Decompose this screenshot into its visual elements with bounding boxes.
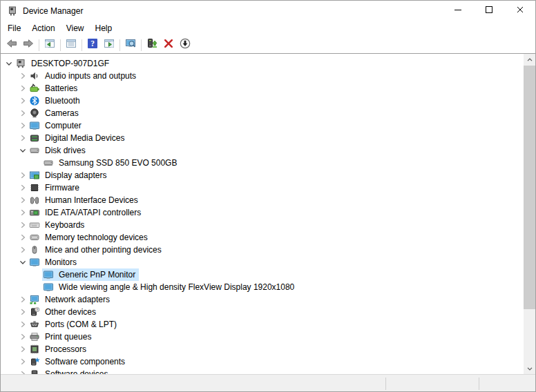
tree-item-print-queues[interactable]: Print queues — [1, 331, 524, 343]
chevron-right-icon[interactable] — [17, 83, 28, 94]
toolbar-disable-device-button[interactable] — [177, 37, 193, 53]
chevron-right-icon[interactable] — [17, 319, 28, 330]
vertical-scrollbar[interactable] — [524, 54, 535, 374]
tree-item-ports-com-lpt[interactable]: Ports (COM & LPT) — [1, 318, 524, 331]
menu-file[interactable]: File — [2, 21, 26, 35]
tree-item-display-adapters[interactable]: Display adapters — [1, 169, 524, 182]
close-button[interactable] — [504, 1, 535, 21]
toolbar-help-button[interactable]: ? — [84, 37, 101, 53]
tree-item-keyboards[interactable]: Keyboards — [1, 219, 524, 231]
chevron-right-icon[interactable] — [17, 133, 28, 144]
chevron-right-icon[interactable] — [17, 306, 28, 317]
tree-item-content: Processors — [28, 343, 90, 355]
chevron-right-icon[interactable] — [17, 170, 28, 181]
tree-item-processors[interactable]: Processors — [1, 343, 524, 355]
tree-item-batteries[interactable]: Batteries — [1, 82, 524, 95]
toolbar-show-console-tree-button[interactable] — [41, 37, 58, 53]
tree-item-content: Ports (COM & LPT) — [28, 318, 120, 331]
tree-item-content: Network adapters — [28, 293, 113, 306]
toolbar-back-button[interactable] — [3, 37, 20, 53]
chevron-spacer — [31, 157, 42, 168]
tree-item-monitors[interactable]: Monitors — [1, 256, 524, 268]
tree-item-other-devices[interactable]: ?Other devices — [1, 306, 524, 318]
scroll-down-button[interactable] — [524, 362, 535, 374]
svg-text:?: ? — [90, 39, 95, 48]
menu-view[interactable]: View — [61, 21, 90, 35]
chevron-down-icon[interactable] — [17, 145, 28, 156]
title-bar[interactable]: Device Manager — [1, 1, 535, 21]
chevron-down-icon[interactable] — [3, 58, 15, 69]
tree-item-content: DESKTOP-907D1GF — [15, 57, 113, 70]
window-title: Device Manager — [23, 6, 83, 16]
statusbar-divider — [479, 378, 479, 390]
tree-item-generic-pnp-monitor[interactable]: Generic PnP Monitor — [1, 268, 524, 281]
chevron-right-icon[interactable] — [17, 182, 28, 193]
tree-item-bluetooth[interactable]: Bluetooth — [1, 95, 524, 107]
menu-help[interactable]: Help — [90, 21, 118, 35]
tree-item-content: Keyboards — [28, 219, 88, 231]
toolbar-separator — [60, 39, 61, 51]
chevron-right-icon[interactable] — [17, 219, 28, 231]
display-adapter-icon — [29, 170, 40, 181]
tree-item-content: Mice and other pointing devices — [28, 244, 165, 256]
chevron-right-icon[interactable] — [17, 344, 28, 355]
toolbar-show-action-pane-button[interactable] — [101, 37, 117, 53]
tree-item-label: Ports (COM & LPT) — [44, 319, 118, 330]
tree-item-label: Batteries — [44, 83, 79, 94]
toolbar: ? — [1, 37, 535, 54]
chevron-right-icon[interactable] — [17, 369, 28, 374]
chevron-right-icon[interactable] — [17, 244, 28, 255]
toolbar-forward-button[interactable] — [20, 37, 37, 53]
tree-item-ide-ata-atapi-controllers[interactable]: IDE ATA/ATAPI controllers — [1, 206, 524, 219]
chevron-right-icon[interactable] — [17, 331, 28, 342]
chevron-spacer — [31, 269, 42, 280]
tree-item-mice-and-other-pointing-devices[interactable]: Mice and other pointing devices — [1, 244, 524, 256]
chevron-right-icon[interactable] — [17, 108, 28, 119]
device-manager-window: Device Manager FileActionViewHelp ? DESK… — [0, 0, 536, 392]
tree-item-human-interface-devices[interactable]: Human Interface Devices — [1, 194, 524, 206]
tree-item-label: Keyboards — [44, 219, 86, 231]
chevron-down-icon[interactable] — [17, 257, 28, 268]
maximize-button[interactable] — [473, 1, 504, 21]
chevron-right-icon[interactable] — [17, 294, 28, 305]
tree-item-disk-drives[interactable]: Disk drives — [1, 144, 524, 157]
toolbar-update-driver-button[interactable] — [144, 37, 160, 53]
tree-item-samsung-ssd-850-evo-500gb[interactable]: Samsung SSD 850 EVO 500GB — [1, 157, 524, 169]
chevron-right-icon[interactable] — [17, 207, 28, 218]
chevron-right-icon[interactable] — [17, 195, 28, 206]
minimize-icon — [452, 4, 463, 18]
tree-item-digital-media-devices[interactable]: Digital Media Devices — [1, 132, 524, 144]
minimize-button[interactable] — [442, 1, 473, 21]
toolbar-properties-button[interactable] — [63, 37, 79, 53]
tree-item-label: Cameras — [44, 108, 80, 119]
tree-item-wide-viewing-angle-high-density-flexview-d[interactable]: Wide viewing angle & High density FlexVi… — [1, 281, 524, 293]
menu-bar: FileActionViewHelp — [1, 21, 535, 37]
toolbar-uninstall-device-button[interactable] — [160, 37, 177, 53]
tree-item-audio-inputs-and-outputs[interactable]: Audio inputs and outputs — [1, 70, 524, 82]
chevron-right-icon[interactable] — [17, 232, 28, 243]
tree-item-computer[interactable]: Computer — [1, 119, 524, 132]
chevron-right-icon[interactable] — [17, 120, 28, 131]
tree-item-firmware[interactable]: Firmware — [1, 182, 524, 194]
scroll-up-button[interactable] — [524, 54, 535, 66]
software-component-icon — [29, 356, 40, 367]
tree-item-label: Mice and other pointing devices — [44, 244, 163, 255]
tree-item-desktop-907d1gf[interactable]: DESKTOP-907D1GF — [1, 57, 524, 70]
chevron-right-icon[interactable] — [17, 356, 28, 367]
tree-item-cameras[interactable]: Cameras — [1, 107, 524, 119]
svg-text:?: ? — [36, 308, 38, 312]
scrollbar-thumb[interactable] — [524, 66, 535, 309]
tree-item-software-components[interactable]: Software components — [1, 355, 524, 368]
chevron-right-icon[interactable] — [17, 95, 28, 106]
tree-item-memory-technology-devices[interactable]: Memory technology devices — [1, 231, 524, 244]
tree-item-network-adapters[interactable]: Network adapters — [1, 293, 524, 306]
menu-action[interactable]: Action — [26, 21, 60, 35]
toolbar-separator — [82, 39, 82, 51]
toolbar-scan-hardware-changes-button[interactable] — [122, 37, 139, 53]
show-console-tree-icon — [44, 38, 55, 52]
monitor-icon — [43, 282, 54, 293]
tree-item-software-devices[interactable]: Software devices — [1, 368, 524, 374]
help-icon: ? — [87, 38, 98, 52]
chevron-right-icon[interactable] — [17, 70, 28, 81]
tree-item-label: Other devices — [44, 306, 97, 317]
